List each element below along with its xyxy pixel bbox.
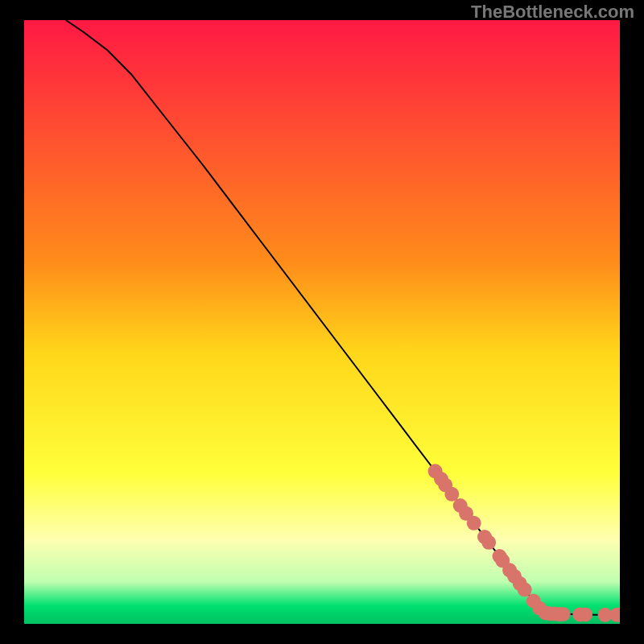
data-point <box>518 582 532 597</box>
chart-container: TheBottleneck.com <box>0 0 644 644</box>
data-point <box>578 607 592 621</box>
data-point <box>467 516 481 530</box>
plot-area <box>24 20 620 624</box>
data-point <box>556 607 571 621</box>
watermark: TheBottleneck.com <box>471 2 634 23</box>
chart-svg <box>24 20 620 624</box>
data-point <box>481 535 496 550</box>
